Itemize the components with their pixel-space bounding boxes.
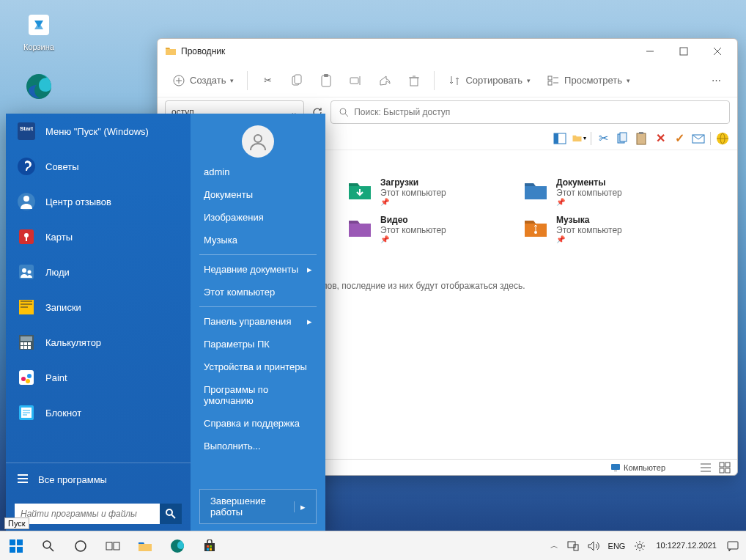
delete-mini-icon[interactable]: ✕ (653, 131, 668, 146)
shutdown-button[interactable]: Завершение работы ▸ (199, 489, 317, 524)
status-computer[interactable]: Компьютер (610, 463, 665, 472)
cut-mini-icon[interactable]: ✂ (596, 131, 610, 146)
folder-item[interactable]: ЗагрузкиЭтот компьютер📌 (344, 174, 490, 209)
paste-mini-icon[interactable] (634, 131, 649, 146)
sort-button[interactable]: Сортировать ▾ (440, 70, 538, 92)
delete-button[interactable] (400, 70, 428, 92)
minimize-button[interactable] (633, 39, 667, 64)
mail-mini-icon[interactable] (691, 131, 706, 146)
paste-button[interactable] (312, 70, 340, 92)
start-item[interactable]: Люди (6, 254, 191, 290)
taskbar-store[interactable] (193, 531, 226, 561)
sort-icon (448, 74, 461, 87)
tray-action-center-icon[interactable] (723, 531, 743, 561)
start-button[interactable] (0, 531, 32, 561)
start-item[interactable]: Советы (6, 149, 191, 184)
start-item[interactable]: Карты (6, 219, 191, 254)
icons-view-button[interactable] (718, 461, 731, 474)
start-right-music[interactable]: Музыка (191, 229, 325, 251)
svg-rect-28 (637, 133, 646, 144)
svg-rect-19 (548, 81, 552, 85)
rename-button[interactable] (341, 70, 369, 92)
svg-rect-61 (28, 346, 31, 349)
svg-line-23 (345, 114, 348, 117)
search-input[interactable] (354, 107, 723, 117)
svg-rect-12 (324, 74, 328, 77)
svg-point-51 (22, 268, 26, 273)
pin-icon: 📌 (380, 235, 446, 243)
svg-point-91 (638, 544, 642, 548)
more-button[interactable]: ⋯ (702, 70, 730, 92)
taskbar-taskview[interactable] (97, 531, 129, 561)
start-right-item[interactable]: Устройства и принтеры (191, 355, 325, 378)
tray-clock[interactable]: 10:12 27.12.2021 (650, 531, 723, 561)
start-item[interactable]: Paint (6, 360, 191, 395)
svg-rect-88 (210, 548, 212, 550)
edge-shortcut[interactable] (13, 72, 64, 104)
svg-rect-74 (10, 539, 15, 545)
start-right-pictures[interactable]: Изображения (191, 206, 325, 229)
tray-volume-icon[interactable] (583, 531, 604, 561)
folder-item[interactable]: МузыкаЭтот компьютер📌 (520, 212, 666, 246)
start-right-item[interactable]: Параметры ПК (191, 333, 325, 355)
svg-rect-59 (21, 346, 23, 349)
start-right-control-panel[interactable]: Панель управления▸ (191, 310, 325, 333)
tray-settings-icon[interactable] (629, 531, 650, 561)
folder-item[interactable]: ВидеоЭтот компьютер📌 (344, 212, 490, 246)
pane-icon[interactable] (553, 131, 567, 146)
view-icon (547, 74, 560, 87)
start-right-user[interactable]: admin (191, 161, 325, 183)
taskbar-cortana[interactable] (64, 531, 97, 561)
all-programs-button[interactable]: Все программы (6, 463, 191, 496)
folder-title: Музыка (556, 215, 622, 225)
app-icon: Start (16, 121, 37, 141)
share-button[interactable] (371, 70, 399, 92)
confirm-mini-icon[interactable]: ✓ (672, 131, 687, 146)
create-button[interactable]: Создать ▾ (165, 70, 241, 92)
app-icon (16, 226, 37, 247)
tray-chevron-up[interactable]: ︿ (546, 531, 563, 561)
chevron-right-icon: ▸ (307, 316, 312, 327)
cut-button[interactable]: ✂ (254, 70, 281, 92)
start-item[interactable]: StartМеню "Пуск" (Windows) (6, 114, 191, 149)
start-item[interactable]: Блокнот (6, 395, 191, 430)
svg-rect-25 (554, 133, 558, 144)
taskbar-edge[interactable] (161, 531, 193, 561)
folder-title: Загрузки (380, 177, 446, 188)
share-icon (378, 74, 391, 87)
start-item[interactable]: Центр отзывов (6, 184, 191, 219)
svg-rect-35 (614, 471, 617, 471)
copy-button[interactable] (283, 70, 311, 92)
start-right-item[interactable]: Справка и поддержка (191, 412, 325, 435)
taskbar: ︿ ENG 10:12 27.12.2021 (0, 531, 746, 560)
start-right-item[interactable]: Выполнить... (191, 435, 325, 457)
svg-rect-34 (611, 464, 620, 470)
explorer-titlebar[interactable]: Проводник (158, 39, 737, 64)
start-item[interactable]: Записки (6, 290, 191, 325)
folder-item[interactable]: ДокументыЭтот компьютер📌 (520, 174, 666, 209)
start-search-input[interactable] (15, 504, 160, 524)
details-view-button[interactable] (699, 461, 712, 474)
start-right-item[interactable]: Программы по умолчанию (191, 378, 325, 412)
user-avatar[interactable] (242, 125, 274, 158)
maximize-button[interactable] (667, 39, 701, 64)
start-item-label: Блокнот (45, 408, 81, 419)
tray-devices-icon[interactable] (563, 531, 583, 561)
app-icon (16, 191, 37, 212)
globe-mini-icon[interactable] (715, 131, 730, 146)
view-button[interactable]: Просмотреть ▾ (539, 70, 638, 92)
copy-mini-icon[interactable] (615, 131, 629, 146)
taskbar-explorer[interactable] (129, 531, 161, 561)
start-item[interactable]: Калькулятор (6, 325, 191, 360)
folder-dropdown-icon[interactable]: ▾ (572, 131, 586, 146)
search-box[interactable] (330, 100, 730, 124)
start-right-recent[interactable]: Недавние документы▸ (191, 258, 325, 281)
recycle-bin[interactable]: Корзина (13, 10, 64, 51)
start-item-label: Paint (45, 372, 67, 383)
start-right-documents[interactable]: Документы (191, 183, 325, 206)
close-button[interactable] (701, 39, 734, 64)
tray-language[interactable]: ENG (604, 531, 630, 561)
start-right-thispc[interactable]: Этот компьютер (191, 281, 325, 303)
start-search-button[interactable] (160, 504, 182, 524)
taskbar-search[interactable] (32, 531, 64, 561)
